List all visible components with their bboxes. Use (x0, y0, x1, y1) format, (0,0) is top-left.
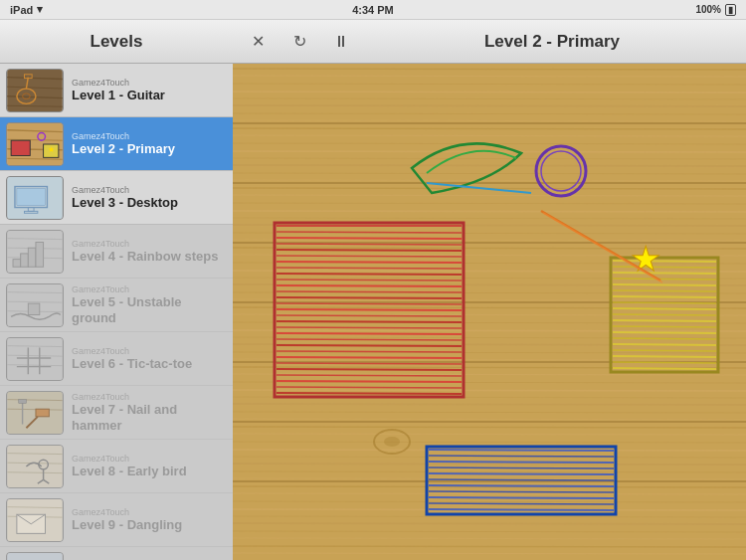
svg-rect-27 (13, 259, 21, 267)
item-thumb-2: ★ (6, 122, 64, 166)
item-text-5: Gamez4Touch Level 5 - Unstable ground (72, 284, 227, 325)
svg-line-121 (613, 284, 716, 285)
item-title-6: Level 6 - Tic-tac-toe (72, 356, 227, 372)
item-title-4: Level 4 - Rainbow steps (72, 249, 227, 265)
svg-line-131 (613, 344, 716, 345)
svg-line-142 (429, 473, 614, 474)
svg-line-102 (277, 315, 462, 316)
svg-line-90 (277, 244, 462, 245)
status-right: 100% ▮ (695, 4, 736, 16)
svg-line-127 (613, 320, 716, 321)
svg-line-89 (277, 238, 462, 239)
item-thumb-7 (6, 391, 64, 435)
svg-line-92 (277, 256, 462, 257)
svg-rect-51 (7, 446, 62, 487)
svg-line-145 (429, 491, 614, 492)
svg-rect-63 (7, 553, 62, 561)
svg-line-148 (429, 509, 614, 510)
status-left: iPad ▾ (10, 3, 43, 16)
svg-rect-44 (7, 392, 62, 434)
sidebar-item-2[interactable]: ★ Gamez4Touch Level 2 - Primary (0, 117, 233, 171)
sidebar-item-7[interactable]: Gamez4Touch Level 7 - Nail and hammer (0, 386, 233, 440)
ipad-label: iPad (10, 4, 33, 16)
item-text-8: Gamez4Touch Level 8 - Early bird (72, 454, 227, 479)
sidebar-item-10[interactable]: Gamez4Touch Level 10 - Night eagle (0, 547, 233, 560)
item-subtitle-6: Gamez4Touch (72, 346, 227, 356)
svg-rect-0 (7, 70, 62, 111)
sidebar-item-4[interactable]: Gamez4Touch Level 4 - Rainbow steps (0, 225, 233, 279)
item-subtitle-3: Gamez4Touch (72, 185, 227, 195)
item-title-9: Level 9 - Dangling (72, 517, 227, 533)
svg-line-115 (277, 393, 462, 394)
svg-line-105 (277, 333, 462, 334)
svg-line-94 (277, 268, 462, 269)
svg-line-99 (277, 297, 462, 298)
sidebar-item-3[interactable]: Gamez4Touch Level 3 - Desktop (0, 171, 233, 225)
svg-line-114 (277, 387, 462, 388)
svg-rect-50 (19, 399, 27, 403)
svg-rect-28 (21, 253, 29, 266)
svg-line-96 (277, 280, 462, 280)
sidebar-header: Levels (0, 20, 233, 64)
svg-line-119 (613, 273, 716, 274)
svg-line-103 (277, 321, 462, 322)
wifi-icon: ▾ (37, 3, 43, 16)
item-subtitle-9: Gamez4Touch (72, 507, 227, 517)
item-thumb-8 (6, 445, 64, 488)
game-canvas: ★ (233, 64, 746, 560)
svg-line-140 (429, 462, 614, 463)
close-button[interactable]: ✕ (243, 27, 273, 57)
svg-rect-20 (17, 188, 46, 205)
svg-line-104 (277, 327, 462, 328)
svg-line-123 (613, 296, 716, 297)
item-thumb-5 (6, 283, 64, 327)
item-text-2: Gamez4Touch Level 2 - Primary (72, 131, 227, 157)
content-toolbar: ✕ ↻ ⏸ Level 2 - Primary (233, 20, 746, 64)
item-thumb-9 (6, 498, 64, 542)
svg-text:★: ★ (48, 144, 55, 153)
item-text-9: Gamez4Touch Level 9 - Dangling (72, 507, 227, 533)
svg-line-138 (429, 450, 614, 451)
svg-line-146 (429, 497, 614, 498)
svg-line-132 (613, 350, 716, 351)
battery-icon: ▮ (725, 4, 736, 16)
svg-line-120 (613, 279, 716, 280)
svg-line-112 (277, 375, 462, 376)
svg-line-129 (613, 332, 716, 333)
item-text-6: Gamez4Touch Level 6 - Tic-tac-toe (72, 346, 227, 372)
item-subtitle-5: Gamez4Touch (72, 284, 227, 294)
svg-line-98 (277, 291, 462, 292)
svg-line-108 (277, 351, 462, 352)
item-thumb-6 (6, 337, 64, 381)
svg-rect-47 (36, 409, 49, 417)
svg-line-101 (277, 309, 462, 310)
pause-button[interactable]: ⏸ (326, 27, 356, 57)
battery-percentage: 100% (695, 4, 721, 15)
refresh-icon: ↻ (293, 32, 306, 51)
svg-line-143 (429, 479, 614, 480)
item-text-3: Gamez4Touch Level 3 - Desktop (72, 185, 227, 211)
item-thumb-3 (6, 176, 64, 220)
svg-line-113 (277, 381, 462, 382)
sidebar-item-9[interactable]: Gamez4Touch Level 9 - Dangling (0, 493, 233, 547)
sidebar-item-1[interactable]: Gamez4Touch Level 1 - Guitar (0, 64, 233, 117)
pause-icon: ⏸ (333, 33, 349, 51)
svg-line-133 (613, 356, 716, 357)
svg-line-106 (277, 339, 462, 340)
sidebar-item-8[interactable]: Gamez4Touch Level 8 - Early bird (0, 440, 233, 493)
refresh-button[interactable]: ↻ (284, 27, 314, 57)
svg-line-134 (613, 362, 716, 363)
item-subtitle-7: Gamez4Touch (72, 392, 227, 402)
sidebar-item-6[interactable]: Gamez4Touch Level 6 - Tic-tac-toe (0, 332, 233, 386)
item-thumb-4 (6, 230, 64, 274)
svg-line-126 (613, 314, 716, 315)
game-area: ★ (233, 64, 746, 560)
sidebar-list[interactable]: Gamez4Touch Level 1 - Guitar (0, 64, 233, 560)
item-subtitle-1: Gamez4Touch (72, 78, 227, 88)
svg-rect-29 (28, 248, 36, 267)
svg-line-147 (429, 503, 614, 504)
item-text-7: Gamez4Touch Level 7 - Nail and hammer (72, 392, 227, 433)
svg-rect-35 (28, 303, 39, 314)
sidebar-item-5[interactable]: Gamez4Touch Level 5 - Unstable ground (0, 279, 233, 332)
item-subtitle-4: Gamez4Touch (72, 239, 227, 249)
